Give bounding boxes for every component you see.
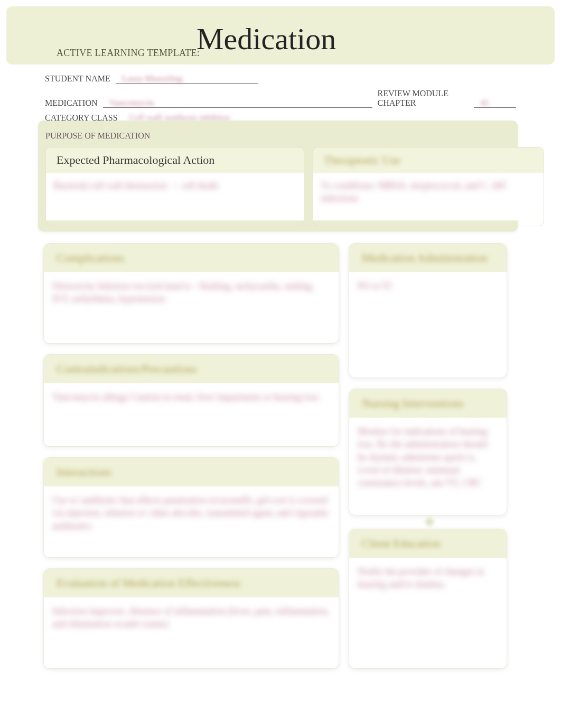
evaluation-box: Evaluation of Medication Effectiveness I… [43,568,339,669]
med-admin-text: PO or IV [358,280,498,292]
nursing-body: Monitor for indications of hearing loss.… [349,418,507,510]
complications-box: Complications Ototoxicity Infusion rxn (… [43,243,339,344]
med-admin-box: Medication Administration PO or IV [349,243,507,378]
interactions-text: Use w/ antibiotic that effects penetrati… [52,494,330,532]
purpose-section-label: PURPOSE OF MEDICATION [45,131,150,141]
meta-row-student: STUDENT NAME Laura Massoling [45,74,516,84]
connector-diamond-icon [424,517,435,527]
medication-field: Vancomycin [103,98,372,108]
client-edu-text: Notify the provider of changes in hearin… [358,565,498,591]
page-root: ACTIVE LEARNING TEMPLATE: Medication STU… [0,0,561,728]
header-band: ACTIVE LEARNING TEMPLATE: Medication [6,6,555,64]
meta-row-med: MEDICATION Vancomycin REVIEW MODULE CHAP… [45,89,516,108]
therapeutic-header: Therapeutic Use [313,148,544,173]
epa-text: Bacterial cell wall destruction → cell d… [53,179,296,192]
evaluation-title: Evaluation of Medication Effectiveness [57,576,240,590]
med-admin-body: PO or IV [349,272,507,373]
medication-value: Vancomycin [109,98,154,108]
evaluation-body: Infection improves. Absence of inflammat… [44,597,339,656]
header-title: Medication [197,21,336,57]
chapter-field: 45 [474,98,516,108]
contraindications-text: Vancomycin allergy Caution in renal, liv… [52,391,330,403]
complications-header: Complications [44,244,339,272]
medication-label: MEDICATION [45,98,98,108]
epa-header: Expected Pharmacological Action [46,148,304,173]
chapter-value: 45 [480,98,489,108]
complications-title: Complications [57,251,124,265]
interactions-box: Interactions Use w/ antibiotic that effe… [43,457,339,558]
meta-block: STUDENT NAME Laura Massoling MEDICATION … [45,74,516,128]
complications-text: Ototoxicity Infusion rxn (red man's) – f… [52,280,330,306]
contraindications-title: Contraindications/Precautions [57,362,197,376]
header-prefix: ACTIVE LEARNING TEMPLATE: [57,48,200,59]
nursing-interventions-box: Nursing Interventions Monitor for indica… [349,389,507,515]
interactions-body: Use w/ antibiotic that effects penetrati… [44,486,339,545]
evaluation-text: Infection improves. Absence of inflammat… [52,605,330,631]
med-admin-header: Medication Administration [349,244,507,272]
student-name-field: Laura Massoling [116,74,258,84]
interactions-header: Interactions [44,458,339,486]
contraindications-body: Vancomycin allergy Caution in renal, liv… [44,383,339,441]
contraindications-header: Contraindications/Precautions [44,355,339,383]
chapter-group: REVIEW MODULE CHAPTER 45 [378,89,516,108]
nursing-text: Monitor for indications of hearing loss.… [358,425,498,489]
therapeutic-body: Tx conditions: MRSA, streptococcal, and … [313,173,544,220]
client-edu-header: Client Education [349,529,507,558]
chapter-label: REVIEW MODULE CHAPTER [378,89,471,108]
evaluation-header: Evaluation of Medication Effectiveness [44,569,339,597]
epa-title: Expected Pharmacological Action [57,153,214,167]
contraindications-box: Contraindications/Precautions Vancomycin… [43,354,339,447]
therapeutic-title: Therapeutic Use [324,153,400,167]
complications-body: Ototoxicity Infusion rxn (red man's) – f… [44,272,339,330]
nursing-title: Nursing Interventions [362,397,463,410]
therapeutic-use-box: Therapeutic Use Tx conditions: MRSA, str… [313,147,544,226]
med-admin-title: Medication Administration [362,251,488,265]
therapeutic-text: Tx conditions: MRSA, streptococcal, and … [321,179,536,205]
nursing-header: Nursing Interventions [349,389,507,418]
epa-body: Bacterial cell wall destruction → cell d… [46,173,304,220]
client-edu-body: Notify the provider of changes in hearin… [349,558,507,664]
student-name-label: STUDENT NAME [45,74,110,84]
expected-pharm-action-box: Expected Pharmacological Action Bacteria… [45,147,304,226]
purpose-panel: PURPOSE OF MEDICATION Expected Pharmacol… [38,121,518,232]
student-name-value: Laura Massoling [122,73,183,84]
client-edu-title: Client Education [362,537,440,550]
interactions-title: Interactions [57,465,111,479]
client-education-box: Client Education Notify the provider of … [349,529,507,669]
